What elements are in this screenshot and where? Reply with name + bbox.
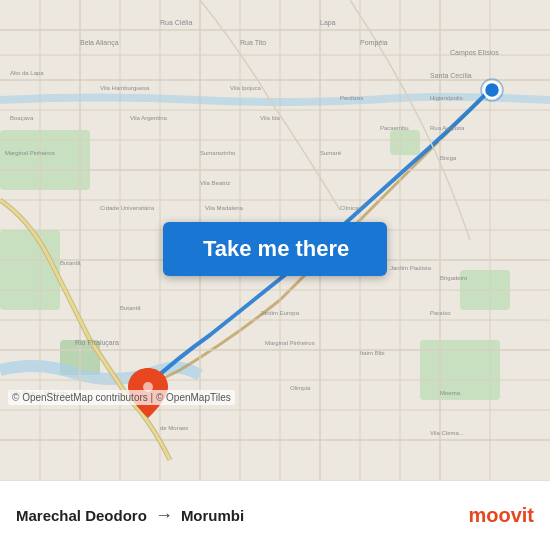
svg-text:Jardim Europa: Jardim Europa — [260, 310, 300, 316]
svg-text:Campos Elísios: Campos Elísios — [450, 49, 499, 57]
svg-text:Sumarezinho: Sumarezinho — [200, 150, 236, 156]
svg-text:Rua Tito: Rua Tito — [240, 39, 266, 46]
svg-text:Marginal Pinheiros: Marginal Pinheiros — [5, 150, 55, 156]
svg-text:Brigadeiro: Brigadeiro — [440, 275, 468, 281]
svg-text:Santa Cecília: Santa Cecília — [430, 72, 472, 79]
svg-text:Alto da Lapa: Alto da Lapa — [10, 70, 44, 76]
route-arrow-icon: → — [155, 505, 173, 526]
svg-text:Vila Ida: Vila Ida — [260, 115, 281, 121]
svg-text:Vila Beatriz: Vila Beatriz — [200, 180, 230, 186]
svg-text:Marginal Pinheiros: Marginal Pinheiros — [265, 340, 315, 346]
svg-text:Lapa: Lapa — [320, 19, 336, 27]
moovit-logo-text: moovit — [468, 504, 534, 527]
moovit-logo: moovit — [468, 504, 534, 527]
svg-rect-2 — [0, 230, 60, 310]
svg-text:Bela Aliança: Bela Aliança — [80, 39, 119, 47]
svg-text:Higienópolis: Higienópolis — [430, 95, 463, 101]
svg-text:Paraíso: Paraíso — [430, 310, 451, 316]
svg-text:Vila Argentina: Vila Argentina — [130, 115, 168, 121]
svg-text:Sumaré: Sumaré — [320, 150, 342, 156]
svg-text:Moema: Moema — [440, 390, 461, 396]
svg-text:de Moraes: de Moraes — [160, 425, 188, 431]
svg-rect-1 — [0, 130, 90, 190]
svg-text:Clínicas: Clínicas — [340, 205, 361, 211]
take-me-there-button[interactable]: Take me there — [163, 222, 387, 276]
origin-label: Marechal Deodoro — [16, 507, 147, 524]
svg-text:Vila Ipojuca: Vila Ipojuca — [230, 85, 262, 91]
destination-label: Morumbi — [181, 507, 244, 524]
svg-text:Jardim Paulista: Jardim Paulista — [390, 265, 432, 271]
svg-text:Bixiga: Bixiga — [440, 155, 457, 161]
svg-text:Vila Clema...: Vila Clema... — [430, 430, 464, 436]
svg-text:Butantã: Butantã — [60, 260, 81, 266]
svg-text:Boaçava: Boaçava — [10, 115, 34, 121]
svg-text:Vila Hamburguesa: Vila Hamburguesa — [100, 85, 150, 91]
svg-text:Butantã: Butantã — [120, 305, 141, 311]
svg-text:Pompéia: Pompéia — [360, 39, 388, 47]
svg-text:Perdizes: Perdizes — [340, 95, 363, 101]
map-container: Rua Clélia Lapa Bela Aliança Rua Tito Po… — [0, 0, 550, 480]
svg-text:Rua Augusta: Rua Augusta — [430, 125, 465, 131]
map-attribution: © OpenStreetMap contributors | © OpenMap… — [8, 390, 235, 405]
route-info: Marechal Deodoro → Morumbi — [16, 505, 468, 526]
svg-text:Olimpia: Olimpia — [290, 385, 311, 391]
svg-text:Cidade Universitária: Cidade Universitária — [100, 205, 155, 211]
svg-text:Vila Madalena: Vila Madalena — [205, 205, 244, 211]
svg-text:Pacaembu: Pacaembu — [380, 125, 409, 131]
svg-text:Rio Piraluçara: Rio Piraluçara — [75, 339, 119, 347]
bottom-bar: Marechal Deodoro → Morumbi moovit — [0, 480, 550, 550]
svg-text:Rua Clélia: Rua Clélia — [160, 19, 192, 26]
svg-rect-6 — [390, 130, 420, 155]
svg-text:Itaim Bibi: Itaim Bibi — [360, 350, 385, 356]
svg-point-75 — [484, 82, 500, 98]
